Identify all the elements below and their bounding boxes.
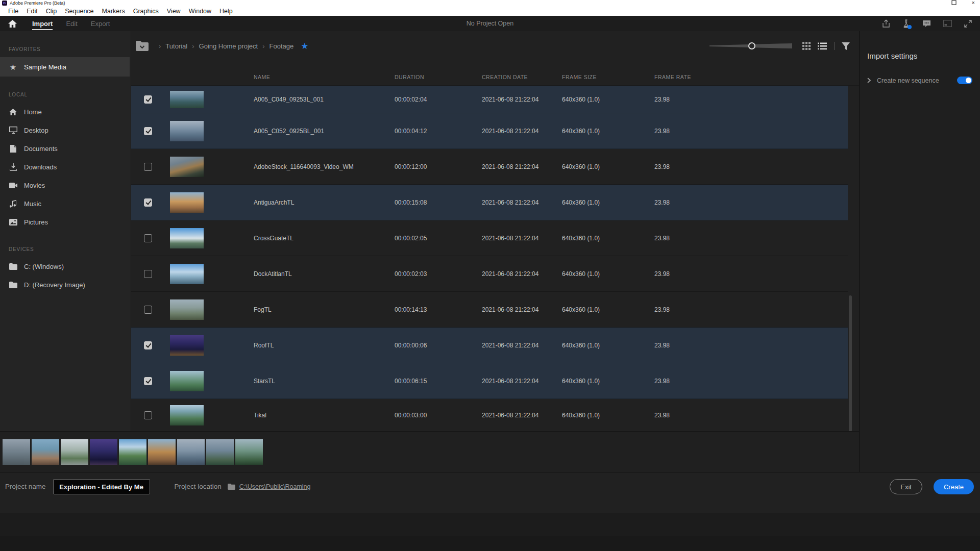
sidebar-item-pictures[interactable]: Pictures	[0, 213, 131, 231]
clip-duration: 00:00:00:06	[395, 342, 482, 349]
main-area: FAVORITES ★ Sample Media LOCAL Home	[0, 31, 980, 472]
column-header-frame-rate[interactable]: FRAME RATE	[654, 74, 848, 80]
column-header-duration[interactable]: DURATION	[395, 74, 482, 80]
sidebar-item-music[interactable]: Music	[0, 194, 131, 213]
clip-thumbnail[interactable]	[170, 157, 204, 177]
tab-import[interactable]: Import	[32, 16, 53, 31]
feedback-chat-icon[interactable]	[922, 20, 931, 28]
row-checkbox[interactable]	[144, 341, 152, 349]
row-checkbox[interactable]	[144, 95, 152, 104]
tab-export[interactable]: Export	[91, 16, 110, 31]
menu-graphics[interactable]: Graphics	[129, 8, 163, 15]
clip-thumbnail[interactable]	[170, 228, 204, 248]
clip-frame-size: 640x360 (1.0)	[562, 235, 654, 242]
clip-thumbnail[interactable]	[170, 335, 204, 356]
media-row[interactable]: FogTL 00:00:14:13 2021-06-08 21:22:04 64…	[131, 292, 848, 328]
clip-frame-rate: 23.98	[654, 235, 848, 242]
strip-thumbnail[interactable]	[148, 439, 176, 465]
row-checkbox[interactable]	[144, 198, 152, 207]
media-row[interactable]: AdobeStock_116640093_Video_WM 00:00:12:0…	[131, 149, 848, 185]
menu-sequence[interactable]: Sequence	[61, 8, 97, 15]
row-checkbox[interactable]	[144, 127, 152, 135]
strip-thumbnail[interactable]	[90, 439, 117, 465]
column-header-name[interactable]: NAME	[254, 74, 395, 80]
slider-knob[interactable]	[748, 42, 755, 49]
strip-thumbnail[interactable]	[206, 439, 234, 465]
row-checkbox[interactable]	[144, 411, 152, 419]
media-row[interactable]: AntiguaArchTL 00:00:15:08 2021-06-08 21:…	[131, 185, 848, 220]
clip-thumbnail[interactable]	[170, 405, 204, 425]
movie-camera-icon	[9, 183, 17, 188]
thumbnail-size-slider[interactable]	[709, 42, 792, 50]
menu-view[interactable]: View	[163, 8, 185, 15]
clip-thumbnail[interactable]	[170, 264, 204, 284]
strip-thumbnail[interactable]	[235, 439, 263, 465]
breadcrumb-tutorial[interactable]: Tutorial	[165, 42, 187, 50]
sidebar-item-drive-c[interactable]: C: (Windows)	[0, 257, 131, 276]
vertical-scrollbar[interactable]	[849, 295, 852, 431]
share-icon[interactable]	[882, 19, 890, 28]
sidebar-item-drive-d[interactable]: D: (Recovery Image)	[0, 276, 131, 294]
strip-thumbnail[interactable]	[32, 439, 59, 465]
column-header-frame-size[interactable]: FRAME SIZE	[562, 74, 654, 80]
media-row[interactable]: CrossGuateTL 00:00:02:05 2021-06-08 21:2…	[131, 220, 848, 256]
strip-thumbnail[interactable]	[119, 439, 146, 465]
menu-file[interactable]: File	[4, 8, 22, 15]
row-checkbox[interactable]	[144, 234, 152, 242]
menu-edit[interactable]: Edit	[22, 8, 42, 15]
media-row[interactable]: DockAtitlanTL 00:00:02:03 2021-06-08 21:…	[131, 256, 848, 292]
folder-dropdown-icon[interactable]	[135, 40, 149, 52]
strip-thumbnail[interactable]	[177, 439, 205, 465]
sidebar-item-sample-media[interactable]: ★ Sample Media	[0, 57, 130, 77]
close-window-icon[interactable]: ×	[972, 0, 975, 5]
row-checkbox[interactable]	[144, 163, 152, 171]
clip-thumbnail[interactable]	[170, 121, 204, 141]
chevron-right-icon[interactable]	[867, 78, 871, 83]
sidebar-item-downloads[interactable]: Downloads	[0, 158, 131, 176]
workspace-panel-icon[interactable]	[943, 20, 952, 27]
beta-feedback-beaker-icon[interactable]	[902, 19, 910, 28]
project-location-link[interactable]: C:\Users\Public\Roaming	[239, 479, 311, 494]
row-checkbox[interactable]	[144, 306, 152, 314]
sidebar-item-documents[interactable]: Documents	[0, 139, 131, 158]
menu-clip[interactable]: Clip	[42, 8, 61, 15]
sidebar-item-movies[interactable]: Movies	[0, 176, 131, 194]
menu-window[interactable]: Window	[185, 8, 215, 15]
clip-thumbnail[interactable]	[170, 371, 204, 391]
list-view-icon[interactable]	[818, 42, 827, 50]
strip-thumbnail[interactable]	[3, 439, 30, 465]
clip-thumbnail[interactable]	[170, 299, 204, 320]
fullscreen-icon[interactable]	[964, 20, 972, 28]
strip-thumbnail[interactable]	[61, 439, 88, 465]
exit-button[interactable]: Exit	[890, 479, 922, 494]
grid-view-icon[interactable]	[802, 42, 811, 50]
clip-thumbnail[interactable]	[170, 192, 204, 213]
sidebar-item-desktop[interactable]: Desktop	[0, 121, 131, 139]
menu-help[interactable]: Help	[215, 8, 237, 15]
clip-thumbnail[interactable]	[170, 91, 204, 108]
column-header-creation-date[interactable]: CREATION DATE	[482, 74, 562, 80]
media-row[interactable]: RoofTL 00:00:00:06 2021-06-08 21:22:04 6…	[131, 328, 848, 363]
breadcrumb-footage[interactable]: Footage	[270, 42, 294, 50]
restore-window-icon[interactable]	[951, 0, 957, 5]
menu-markers[interactable]: Markers	[98, 8, 129, 15]
row-checkbox[interactable]	[144, 377, 152, 385]
clip-creation-date: 2021-06-08 21:22:04	[482, 163, 562, 170]
create-new-sequence-toggle[interactable]	[957, 77, 972, 84]
breadcrumb-going-home-project[interactable]: Going Home project	[199, 42, 258, 50]
favorite-star-icon[interactable]: ★	[301, 42, 308, 51]
home-icon[interactable]	[8, 20, 17, 28]
create-button[interactable]: Create	[934, 479, 974, 494]
breadcrumb-separator: ›	[159, 42, 161, 50]
tab-edit[interactable]: Edit	[66, 16, 77, 31]
media-row[interactable]: Tikal 00:00:03:00 2021-06-08 21:22:04 64…	[131, 399, 848, 431]
sidebar-item-home[interactable]: Home	[0, 103, 131, 121]
project-name-input[interactable]	[53, 479, 150, 494]
row-checkbox[interactable]	[144, 270, 152, 278]
media-row[interactable]: StarsTL 00:00:06:15 2021-06-08 21:22:04 …	[131, 363, 848, 399]
media-row[interactable]: A005_C052_0925BL_001 00:00:04:12 2021-06…	[131, 113, 848, 149]
download-icon	[9, 163, 17, 171]
create-new-sequence-label: Create new sequence	[877, 77, 951, 84]
filter-icon[interactable]	[842, 42, 850, 50]
media-row[interactable]: A005_C049_09253L_001 00:00:02:04 2021-06…	[131, 86, 848, 113]
